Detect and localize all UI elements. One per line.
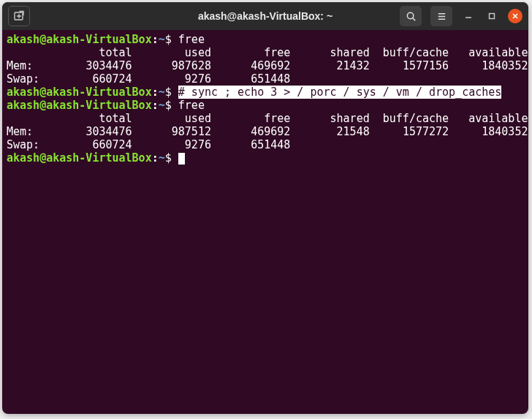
prompt-path: ~ (159, 33, 165, 46)
prompt-symbol: $ (165, 33, 172, 46)
prompt-sep: : (152, 86, 159, 99)
minimize-icon (465, 12, 472, 20)
prompt-line-4: akash@akash-VirtualBox:~$ (7, 151, 524, 165)
mem-shared: 21548 (337, 125, 370, 138)
hdr-total: total (99, 112, 132, 125)
search-button[interactable] (400, 6, 422, 26)
hdr-available: available (468, 112, 528, 125)
prompt-symbol: $ (165, 99, 172, 112)
svg-line-2 (412, 18, 414, 20)
highlighted-command: # sync ; echo 3 > / porc / sys / vm / dr… (178, 86, 502, 99)
titlebar-left (8, 6, 30, 26)
free1-header: total used free shared buff/cache availa… (7, 46, 524, 59)
menu-button[interactable] (430, 6, 452, 26)
cursor (178, 153, 185, 165)
hdr-used: used (185, 112, 211, 125)
terminal-window: akash@akash-VirtualBox: ~ (2, 2, 528, 414)
swap-used: 9276 (185, 72, 211, 86)
hdr-buffcache: buff/cache (383, 46, 449, 59)
prompt-user: akash@akash-VirtualBox (7, 86, 152, 99)
swap-label: Swap: (7, 138, 39, 151)
prompt-symbol: $ (165, 151, 172, 165)
terminal-body[interactable]: akash@akash-VirtualBox:~$ free total use… (2, 30, 528, 414)
hdr-buffcache: buff/cache (383, 112, 449, 125)
svg-rect-7 (490, 14, 495, 19)
prompt-path: ~ (159, 99, 165, 112)
prompt-line-3: akash@akash-VirtualBox:~$ free (7, 99, 524, 112)
mem-used: 987512 (172, 125, 211, 138)
hdr-available: available (468, 46, 528, 59)
prompt-user: akash@akash-VirtualBox (7, 99, 152, 112)
close-icon (512, 12, 519, 20)
swap-free: 651448 (251, 138, 290, 151)
mem-used: 987628 (172, 59, 211, 72)
titlebar[interactable]: akash@akash-VirtualBox: ~ (2, 2, 528, 30)
prompt-sep: : (152, 151, 159, 165)
swap-used: 9276 (185, 138, 211, 151)
hamburger-icon (436, 11, 447, 22)
hdr-used: used (185, 46, 211, 59)
prompt-sep: : (152, 33, 159, 46)
mem-free: 469692 (251, 59, 290, 72)
prompt-path: ~ (159, 151, 165, 165)
free2-swap-row: Swap: 660724 9276 651448 (7, 138, 524, 151)
hdr-shared: shared (330, 46, 370, 59)
hdr-free: free (264, 46, 290, 59)
hdr-total: total (99, 46, 132, 59)
search-icon (406, 11, 417, 22)
free2-mem-row: Mem: 3034476 987512 469692 21548 1577272… (7, 125, 524, 138)
titlebar-right (400, 6, 522, 26)
swap-total: 660724 (92, 138, 132, 151)
mem-buffcache: 1577156 (403, 59, 449, 72)
prompt-user: akash@akash-VirtualBox (7, 151, 152, 165)
mem-label: Mem: (7, 125, 33, 138)
free2-header: total used free shared buff/cache availa… (7, 112, 524, 125)
swap-free: 651448 (251, 72, 290, 86)
prompt-line-2: akash@akash-VirtualBox:~$ # sync ; echo … (7, 86, 524, 99)
maximize-button[interactable] (484, 9, 499, 23)
hdr-shared: shared (330, 112, 370, 125)
mem-label: Mem: (7, 59, 33, 72)
free1-swap-row: Swap: 660724 9276 651448 (7, 72, 524, 86)
command-free-1: free (178, 33, 205, 46)
prompt-path: ~ (159, 86, 165, 99)
free1-mem-row: Mem: 3034476 987628 469692 21432 1577156… (7, 59, 524, 72)
mem-available: 1840352 (482, 59, 528, 72)
new-tab-icon (13, 10, 25, 22)
prompt-sep: : (152, 99, 159, 112)
close-button[interactable] (508, 9, 522, 23)
maximize-icon (488, 12, 495, 20)
mem-total: 3034476 (86, 125, 132, 138)
prompt-line-1: akash@akash-VirtualBox:~$ free (7, 33, 524, 46)
mem-total: 3034476 (86, 59, 132, 72)
mem-shared: 21432 (337, 59, 370, 72)
prompt-symbol: $ (165, 86, 172, 99)
mem-free: 469692 (251, 125, 290, 138)
hdr-free: free (264, 112, 290, 125)
minimize-button[interactable] (461, 9, 476, 23)
command-free-2: free (178, 99, 205, 112)
swap-label: Swap: (7, 72, 39, 86)
swap-total: 660724 (92, 72, 132, 86)
mem-buffcache: 1577272 (403, 125, 449, 138)
mem-available: 1840352 (482, 125, 528, 138)
svg-point-1 (407, 12, 413, 18)
prompt-user: akash@akash-VirtualBox (7, 33, 152, 46)
new-tab-button[interactable] (8, 6, 30, 26)
